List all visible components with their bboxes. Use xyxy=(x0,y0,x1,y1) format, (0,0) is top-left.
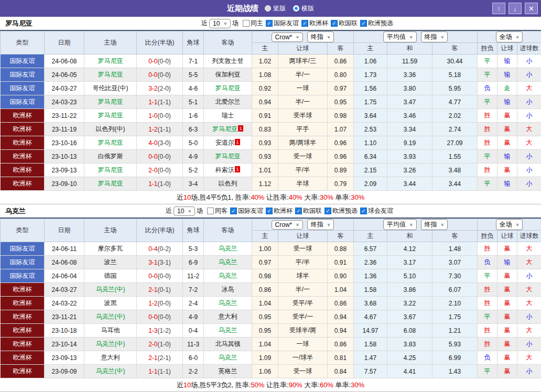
euro-away-odds: 30.44 xyxy=(432,55,478,68)
euro-home-odds: 1.58 xyxy=(354,337,387,351)
home-team: 马耳他 xyxy=(84,324,137,337)
home-team: 波兰 xyxy=(84,256,137,269)
euro-away-odds: 6.07 xyxy=(432,283,478,297)
chevron-down-icon: ∨ xyxy=(327,223,331,227)
euro-source-select[interactable]: 平均值∨ xyxy=(383,31,417,42)
home-team: 罗马尼亚 xyxy=(84,136,137,150)
asian-home-odds: 0.86 xyxy=(252,283,278,297)
team-name-text: 马耳他 xyxy=(101,326,120,334)
filter-label: 欧国联 xyxy=(303,206,322,215)
euro-draw-odds: 4.41 xyxy=(387,365,432,378)
team-name: 罗马尼亚 xyxy=(5,19,33,28)
euro-source-select[interactable]: 平均值∨ xyxy=(383,219,417,230)
full-time-score: 1-2 xyxy=(148,300,157,307)
asian-away-odds: 1.04 xyxy=(328,283,354,297)
chevron-down-icon: ∨ xyxy=(223,21,227,26)
score-cell: 1-1(1-1) xyxy=(137,95,183,109)
match-type-badge: 国际友谊 xyxy=(1,82,45,95)
result-handicap: 赢 xyxy=(497,337,517,351)
move-up-button[interactable]: ↑ xyxy=(492,3,505,14)
asian-home-odds: 0.83 xyxy=(252,123,278,136)
recent-count-select[interactable]: 10∨ xyxy=(209,19,231,28)
scope-select[interactable]: 全场∨ xyxy=(496,31,523,42)
filter-checkbox[interactable]: ✓欧国联 xyxy=(295,206,322,215)
filter-checkbox[interactable]: ✓球会友谊 xyxy=(360,206,393,215)
asian-handicap: 半球 xyxy=(278,177,328,191)
half-time-score: (0-2) xyxy=(158,245,171,253)
summary-text: 近 xyxy=(177,193,183,201)
team-name-text: 安道尔 xyxy=(215,139,234,146)
asian-handicap: 半/一 xyxy=(278,68,328,82)
filter-checkbox[interactable]: ✓国际友谊 xyxy=(266,19,299,28)
team-section: 罗马尼亚 近 10∨ 场 同主✓国际友谊✓欧洲杯✓欧国联✓欧洲预选 类型 日 xyxy=(0,17,541,204)
euro-home-odds: 6.57 xyxy=(354,242,387,256)
asian-handicap: 半/一 xyxy=(278,95,328,109)
col-euro-draw: 和 xyxy=(387,231,432,242)
filter-checkbox[interactable]: ✓欧洲预选 xyxy=(360,19,393,28)
summary-text: 单率: xyxy=(333,193,351,201)
filter-checkbox[interactable]: ✓欧洲预选 xyxy=(324,206,358,215)
score-cell: 2-1(2-1) xyxy=(137,351,183,365)
asian-home-odds: 0.97 xyxy=(252,256,278,269)
euro-draw-odds: 11.59 xyxy=(387,55,432,68)
odds-company-select[interactable]: Crow*∨ xyxy=(272,220,303,230)
radio-horizontal-layout[interactable]: 横版 xyxy=(293,4,314,13)
euro-term-select[interactable]: 终指∨ xyxy=(421,219,448,230)
match-date: 23-10-13 xyxy=(45,150,84,164)
result-goals: 大 xyxy=(517,82,541,95)
away-team: 列支敦士登 xyxy=(204,55,252,68)
home-team: 乌克兰(中) xyxy=(84,337,137,351)
euro-away-odds: 5.93 xyxy=(432,337,478,351)
euro-away-odds: 2.74 xyxy=(432,123,478,136)
col-home: 主场 xyxy=(84,31,137,55)
result-goals: 小 xyxy=(517,55,541,68)
filter-checkbox[interactable]: ✓欧洲杯 xyxy=(266,206,293,215)
half-time-score: (0-0) xyxy=(158,153,171,160)
odds-company-select[interactable]: Crow*∨ xyxy=(272,32,303,42)
euro-term-select[interactable]: 终指∨ xyxy=(421,31,448,42)
score-cell: 3-1(3-1) xyxy=(137,256,183,269)
odds-term-select[interactable]: 终指∨ xyxy=(307,219,334,230)
asian-home-odds: 1.04 xyxy=(252,337,278,351)
filter-checkbox[interactable]: ✓国际友谊 xyxy=(230,206,263,215)
radio-unselected-icon xyxy=(265,5,271,12)
team-name-text: 波黑 xyxy=(104,299,117,307)
euro-away-odds: 3.07 xyxy=(432,256,478,269)
result-handicap: 输 xyxy=(497,150,517,164)
close-button[interactable]: ✕ xyxy=(525,3,538,14)
filter-checkbox[interactable]: 同主 xyxy=(243,19,263,28)
radio-vertical-layout[interactable]: 竖版 xyxy=(265,4,286,13)
result-outcome: 胜 xyxy=(478,123,497,136)
match-type-badge: 国际友谊 xyxy=(1,269,45,283)
col-asian-handicap: 让球 xyxy=(278,231,328,242)
result-handicap: 赢 xyxy=(497,242,517,256)
euro-home-odds: 1.73 xyxy=(354,68,387,82)
asian-home-odds: 1.01 xyxy=(252,164,278,177)
away-team: 乌克兰 xyxy=(204,351,252,365)
move-down-button[interactable]: ↓ xyxy=(508,3,522,14)
result-goals: 小 xyxy=(517,365,541,378)
asian-home-odds: 0.93 xyxy=(252,150,278,164)
games-suffix-label: 场 xyxy=(197,206,203,215)
corner-count: 4-6 xyxy=(183,82,204,95)
euro-odds-group: 平均值∨ 终指∨ xyxy=(354,219,478,231)
col-euro-home: 主 xyxy=(354,43,387,55)
asian-handicap: 受半球 xyxy=(278,109,328,123)
euro-away-odds: 2.10 xyxy=(432,297,478,310)
odds-table: 类型 日期 主场 比分(半场) 角球 客场 Crow*∨ 终指∨ 平均值 xyxy=(0,31,541,191)
scope-select[interactable]: 全场∨ xyxy=(496,219,523,230)
match-type-badge: 欧洲杯 xyxy=(1,337,45,351)
odds-term-select[interactable]: 终指∨ xyxy=(307,31,334,42)
summary-text: 30% xyxy=(351,193,364,201)
team-name-text: 以色列 xyxy=(219,180,237,187)
filter-label: 同客 xyxy=(215,206,228,215)
half-time-score: (1-0) xyxy=(158,341,171,348)
col-type: 类型 xyxy=(1,219,45,242)
recent-count-select[interactable]: 10∨ xyxy=(174,206,195,216)
filter-checkbox[interactable]: ✓欧国联 xyxy=(331,19,358,28)
result-outcome: 平 xyxy=(478,68,497,82)
filter-checkbox[interactable]: ✓欧洲杯 xyxy=(301,19,328,28)
asian-away-odds: 0.98 xyxy=(328,109,354,123)
filter-checkbox[interactable]: 同客 xyxy=(207,206,228,215)
euro-draw-odds: 3.17 xyxy=(387,256,432,269)
